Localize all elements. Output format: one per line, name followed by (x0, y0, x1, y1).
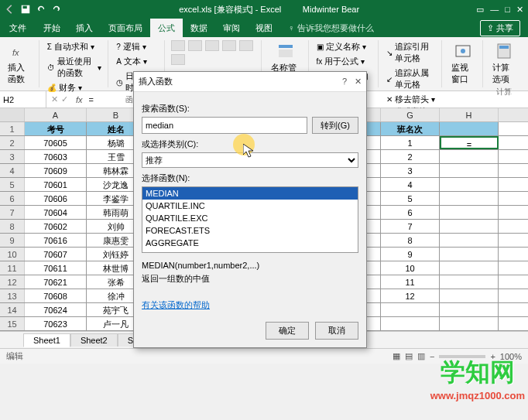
col-header[interactable]: A (25, 108, 87, 121)
name-box[interactable]: H2 (0, 91, 46, 108)
cell[interactable]: 8 (381, 234, 440, 247)
row-header[interactable]: 11 (0, 261, 25, 275)
row-header[interactable]: 9 (0, 234, 25, 247)
cell[interactable] (440, 206, 499, 219)
save-icon[interactable] (20, 4, 31, 15)
go-button[interactable]: 转到(G) (312, 117, 358, 134)
cell[interactable]: 70601 (25, 178, 87, 191)
cell[interactable] (440, 178, 499, 191)
row-header[interactable]: 8 (0, 220, 25, 233)
function-list[interactable]: MEDIANQUARTILE.INCQUARTILE.EXCFORECAST.E… (142, 186, 358, 253)
row-header[interactable]: 2 (0, 136, 25, 149)
cell[interactable] (440, 164, 499, 177)
cell[interactable]: 70605 (25, 136, 87, 149)
cell[interactable] (381, 303, 440, 316)
calc-options-button[interactable]: 计算选项 (489, 40, 519, 87)
cell[interactable] (440, 150, 499, 163)
row-header[interactable]: 6 (0, 192, 25, 205)
cell[interactable] (440, 261, 499, 275)
row-header[interactable]: 14 (0, 303, 25, 316)
cell[interactable]: 70621 (25, 275, 87, 289)
category-select[interactable]: 推荐 (142, 152, 358, 168)
dialog-help-icon[interactable]: ? (342, 77, 347, 87)
undo-icon[interactable] (36, 4, 46, 15)
function-list-item[interactable]: MEDIAN (142, 187, 358, 200)
cell[interactable]: 5 (381, 192, 440, 205)
ok-button[interactable]: 确定 (266, 322, 309, 340)
function-list-item[interactable]: AGGREGATE (142, 237, 358, 249)
insert-function-button[interactable]: fx 插入函数 (5, 40, 34, 87)
cancel-formula-icon[interactable]: ✕ (51, 94, 58, 104)
use-in-formula-button[interactable]: fx 用于公式 ▾ (315, 55, 374, 68)
text-button[interactable]: A 文本 ▾ (115, 55, 159, 68)
cell[interactable]: 考号 (25, 122, 87, 135)
cell[interactable] (440, 289, 499, 302)
recent-fn-button[interactable]: ⏱ 最近使用的函数 ▾ (46, 55, 103, 80)
row-header[interactable]: 4 (0, 164, 25, 177)
cell[interactable] (440, 303, 499, 316)
tell-me[interactable]: ♀ 告诉我您想要做什么 (288, 22, 374, 34)
sheet-tab[interactable]: Sheet1 (23, 333, 70, 347)
cell[interactable]: 1 (381, 136, 440, 149)
cell[interactable]: 70609 (25, 164, 87, 177)
cell[interactable]: 2 (381, 150, 440, 163)
tab-file[interactable]: 文件 (0, 19, 36, 37)
help-link[interactable]: 有关该函数的帮助 (142, 299, 210, 311)
row-header[interactable]: 1 (0, 122, 25, 135)
share-button[interactable]: ⇪ 共享 (480, 20, 520, 36)
cell[interactable]: 9 (381, 248, 440, 261)
define-name-button[interactable]: ▣ 定义名称 ▾ (315, 40, 374, 53)
row-header[interactable]: 7 (0, 206, 25, 219)
tab-data[interactable]: 数据 (183, 19, 215, 37)
cell[interactable] (440, 317, 499, 330)
cell[interactable] (381, 317, 440, 330)
cell[interactable]: 3 (381, 164, 440, 177)
ribbon-options-icon[interactable]: ▭ (476, 5, 484, 15)
function-list-item[interactable]: QUARTILE.INC (142, 200, 358, 212)
minimize-icon[interactable]: — (490, 5, 499, 14)
cell[interactable]: 11 (381, 275, 440, 289)
row-header[interactable]: 13 (0, 289, 25, 302)
cell[interactable]: 12 (381, 289, 440, 302)
cell[interactable]: 70607 (25, 248, 87, 261)
cell[interactable] (440, 248, 499, 261)
cell[interactable]: 70611 (25, 261, 87, 275)
cell[interactable] (440, 234, 499, 247)
function-list-item[interactable]: QUARTILE.EXC (142, 212, 358, 224)
tab-insert[interactable]: 插入 (68, 19, 101, 37)
col-header[interactable]: H (440, 108, 499, 121)
tab-review[interactable]: 审阅 (215, 19, 248, 37)
lookup-icon[interactable] (171, 40, 185, 51)
row-header[interactable]: 3 (0, 150, 25, 163)
more-icon[interactable] (205, 40, 219, 51)
finance-button[interactable]: 💰 财务 ▾ (46, 81, 103, 94)
cell[interactable]: 70606 (25, 192, 87, 205)
tab-view[interactable]: 视图 (248, 19, 280, 37)
trace-dep-button[interactable]: ↙ 追踪从属单元格 (385, 67, 437, 91)
cell[interactable] (440, 122, 499, 135)
dialog-close-icon[interactable]: ✕ (355, 77, 362, 87)
cell[interactable] (440, 220, 499, 233)
row-header[interactable]: 12 (0, 275, 25, 289)
cell[interactable]: 7 (381, 220, 440, 233)
lib-icon-6[interactable] (171, 54, 185, 65)
view-normal-icon[interactable]: ▦ (393, 351, 400, 361)
lib-icon-4[interactable] (222, 40, 236, 51)
select-all-corner[interactable] (0, 108, 25, 121)
logic-button[interactable]: ? 逻辑 ▾ (115, 40, 159, 53)
cell[interactable]: 70604 (25, 206, 87, 219)
cell[interactable]: 4 (381, 178, 440, 191)
lib-icon-5[interactable] (239, 40, 253, 51)
watch-window-button[interactable]: 监视窗口 (448, 40, 478, 87)
sheet-tab[interactable]: Sheet2 (70, 333, 118, 347)
cell[interactable] (440, 275, 499, 289)
view-break-icon[interactable]: ▥ (417, 351, 425, 361)
row-header[interactable]: 15 (0, 317, 25, 330)
autosum-button[interactable]: Σ 自动求和 ▾ (46, 40, 103, 53)
back-icon[interactable] (5, 4, 15, 15)
cell[interactable]: 70602 (25, 220, 87, 233)
tab-formula[interactable]: 公式 (150, 19, 183, 37)
trace-prec-button[interactable]: ↘ 追踪引用单元格 (385, 40, 437, 65)
redo-icon[interactable] (51, 4, 62, 15)
cell[interactable]: 70608 (25, 289, 87, 302)
